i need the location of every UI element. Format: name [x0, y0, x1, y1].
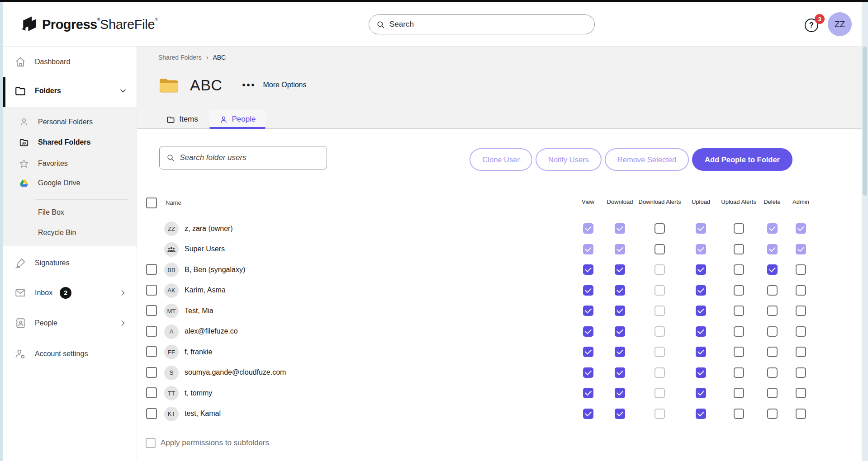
permission-checkbox-download-alerts[interactable]	[655, 306, 665, 316]
sidebar-item-shared-folders[interactable]: Shared Folders	[3, 135, 137, 150]
permission-checkbox-download[interactable]	[615, 409, 625, 419]
permission-checkbox-view[interactable]	[583, 285, 593, 296]
global-search[interactable]	[369, 14, 595, 34]
row-select-checkbox[interactable]	[146, 264, 157, 275]
page-scrollbar[interactable]	[862, 2, 868, 461]
permission-checkbox-upload-alerts[interactable]	[734, 388, 744, 398]
sidebar-item-file-box[interactable]: File Box	[3, 205, 137, 220]
sidebar-item-personal-folders[interactable]: Personal Folders	[3, 114, 137, 130]
permission-checkbox-download[interactable]	[615, 264, 625, 275]
permission-checkbox-upload-alerts[interactable]	[734, 347, 744, 357]
permission-checkbox-admin[interactable]	[796, 409, 806, 419]
row-select-checkbox[interactable]	[146, 387, 157, 398]
permission-checkbox-view[interactable]	[583, 347, 593, 357]
chevron-right-icon[interactable]	[119, 319, 128, 328]
select-all-checkbox[interactable]	[146, 198, 157, 208]
folder-users-search[interactable]	[159, 146, 327, 169]
permission-checkbox-admin[interactable]	[796, 347, 806, 357]
notify-users-button[interactable]: Notify Users	[536, 148, 602, 171]
sidebar-item-inbox[interactable]: Inbox 2	[3, 285, 137, 301]
sidebar-item-dashboard[interactable]: Dashboard	[3, 54, 137, 70]
permission-checkbox-download[interactable]	[615, 347, 625, 357]
chevron-right-icon[interactable]	[119, 288, 128, 297]
permission-checkbox-download-alerts[interactable]	[655, 388, 665, 398]
permission-checkbox-admin[interactable]	[796, 367, 806, 378]
permission-checkbox-delete[interactable]	[767, 264, 778, 275]
row-select-checkbox[interactable]	[146, 285, 157, 296]
more-options-button[interactable]: More Options	[263, 81, 306, 89]
permission-checkbox-upload[interactable]	[696, 367, 706, 378]
permission-checkbox-delete[interactable]	[767, 285, 778, 296]
row-select-checkbox[interactable]	[146, 408, 157, 419]
permission-checkbox-view[interactable]	[583, 264, 593, 275]
remove-selected-button[interactable]: Remove Selected	[605, 148, 689, 171]
permission-checkbox-admin[interactable]	[796, 306, 806, 316]
permission-checkbox-upload-alerts[interactable]	[734, 264, 744, 275]
tab-items[interactable]: Items	[157, 110, 207, 129]
tab-people[interactable]: People	[209, 110, 266, 129]
permission-checkbox-download-alerts[interactable]	[655, 285, 665, 296]
sidebar-item-recycle-bin[interactable]: Recycle Bin	[3, 225, 137, 240]
permission-checkbox-download[interactable]	[615, 326, 625, 337]
permission-checkbox-admin[interactable]	[796, 264, 806, 275]
permission-checkbox-view[interactable]	[583, 306, 593, 316]
permission-checkbox-view[interactable]	[583, 367, 593, 378]
permission-checkbox-upload[interactable]	[696, 388, 706, 398]
permission-checkbox-download-alerts[interactable]	[655, 264, 665, 275]
row-select-checkbox[interactable]	[146, 346, 157, 357]
row-select-checkbox[interactable]	[146, 326, 157, 337]
permission-checkbox-download-alerts[interactable]	[655, 347, 665, 357]
sidebar-item-folders[interactable]: Folders	[3, 83, 137, 99]
help-button[interactable]: ? 3	[805, 19, 819, 33]
permission-checkbox-upload-alerts[interactable]	[734, 223, 744, 234]
row-select-checkbox[interactable]	[146, 367, 157, 378]
permission-checkbox-download-alerts[interactable]	[655, 223, 665, 234]
permission-checkbox-view[interactable]	[583, 409, 593, 419]
permission-checkbox-upload[interactable]	[696, 347, 706, 357]
permission-checkbox-upload[interactable]	[696, 409, 706, 419]
permission-checkbox-download-alerts[interactable]	[655, 367, 665, 378]
sidebar-item-favorites[interactable]: Favorites	[3, 156, 137, 171]
permission-checkbox-download[interactable]	[615, 367, 625, 378]
permission-checkbox-upload-alerts[interactable]	[734, 367, 744, 378]
permission-checkbox-download-alerts[interactable]	[655, 244, 665, 254]
add-people-to-folder-button[interactable]: Add People to Folder	[692, 148, 792, 171]
sidebar-item-google-drive[interactable]: Google Drive	[3, 175, 137, 191]
permission-checkbox-delete[interactable]	[767, 347, 778, 357]
permission-checkbox-upload-alerts[interactable]	[734, 306, 744, 316]
permission-checkbox-download[interactable]	[615, 306, 625, 316]
permission-checkbox-view[interactable]	[583, 326, 593, 337]
apply-permissions-checkbox[interactable]	[146, 438, 156, 448]
sidebar-item-account-settings[interactable]: Account settings	[3, 346, 137, 362]
chevron-down-icon[interactable]	[119, 86, 128, 95]
permission-checkbox-upload[interactable]	[696, 264, 706, 275]
clone-user-button[interactable]: Clone User	[470, 148, 532, 171]
permission-checkbox-view[interactable]	[583, 388, 593, 398]
permission-checkbox-delete[interactable]	[767, 367, 778, 378]
row-select-checkbox[interactable]	[146, 305, 157, 316]
permission-checkbox-upload-alerts[interactable]	[734, 285, 744, 296]
permission-checkbox-download[interactable]	[615, 285, 625, 296]
permission-checkbox-upload[interactable]	[696, 306, 706, 316]
user-avatar[interactable]: ZZ	[828, 12, 852, 36]
permission-checkbox-delete[interactable]	[767, 409, 778, 419]
folder-users-search-input[interactable]	[180, 153, 320, 162]
permission-checkbox-upload[interactable]	[696, 326, 706, 337]
permission-checkbox-download-alerts[interactable]	[655, 409, 665, 419]
permission-checkbox-upload-alerts[interactable]	[734, 326, 744, 337]
permission-checkbox-upload[interactable]	[696, 285, 706, 296]
permission-checkbox-admin[interactable]	[796, 285, 806, 296]
permission-checkbox-download-alerts[interactable]	[655, 326, 665, 337]
more-options-icon[interactable]: •••	[242, 80, 256, 90]
permission-checkbox-delete[interactable]	[767, 306, 778, 316]
permission-checkbox-delete[interactable]	[767, 388, 778, 398]
breadcrumb-shared-folders[interactable]: Shared Folders	[158, 54, 202, 61]
global-search-input[interactable]	[389, 20, 587, 29]
permission-checkbox-admin[interactable]	[796, 388, 806, 398]
permission-checkbox-download[interactable]	[615, 388, 625, 398]
permission-checkbox-delete[interactable]	[767, 326, 778, 337]
permission-checkbox-upload-alerts[interactable]	[734, 244, 744, 254]
permission-checkbox-upload-alerts[interactable]	[734, 409, 744, 419]
scrollbar-thumb[interactable]	[863, 47, 867, 196]
sidebar-item-people[interactable]: People	[3, 315, 137, 331]
